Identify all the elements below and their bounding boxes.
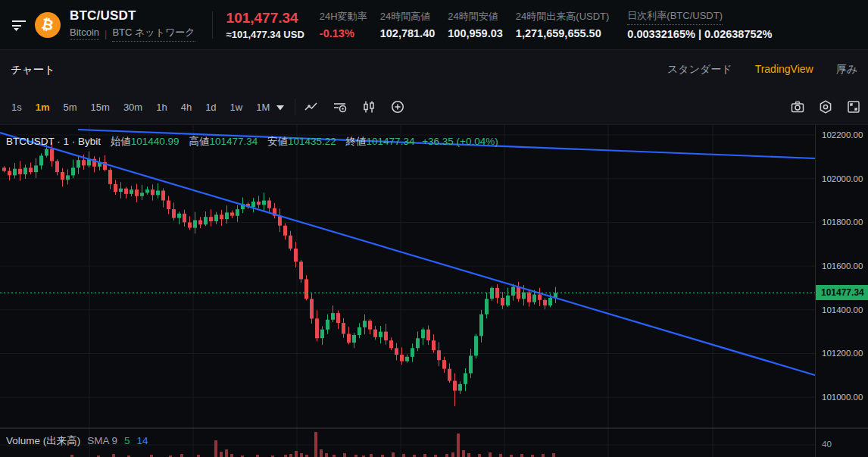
fullscreen-icon[interactable]: [845, 99, 862, 115]
mode-depth[interactable]: 厚み: [836, 63, 857, 77]
price-tick-label: 102000.00: [822, 173, 863, 185]
volume-axis-tick: 40: [822, 440, 832, 449]
tf-1h[interactable]: 1h: [149, 99, 173, 116]
pair-title: BTC/USDT: [70, 8, 195, 23]
tf-1M[interactable]: 1M: [249, 99, 276, 116]
legend-open: 101440.99: [131, 136, 180, 147]
pair-list-icon[interactable]: [8, 15, 30, 35]
stat-change: 24H変動率 -0.13%: [320, 10, 367, 39]
volume-legend: Volume (出来高) SMA 9 5 14: [6, 434, 148, 448]
camera-icon[interactable]: [789, 99, 806, 115]
last-price: 101,477.34: [226, 10, 304, 27]
legend-low: 101435.22: [288, 136, 336, 147]
timeframe-dropdown-icon[interactable]: [276, 105, 284, 111]
btc-logo-icon: ₿: [35, 12, 61, 38]
mode-standard[interactable]: スタンダード: [667, 63, 732, 77]
legend-high: 101477.34: [209, 136, 258, 147]
tf-4h[interactable]: 4h: [174, 99, 198, 116]
price-tick-label: 101400.00: [822, 304, 863, 316]
chart-toolbar: 1s 1m 5m 15m 30m 1h 4h 1d 1w 1M: [0, 89, 868, 125]
stat-volume: 24時間出来高(USDT) 1,271,659,655.50: [516, 10, 610, 39]
compare-icon[interactable]: [389, 99, 406, 115]
mode-tradingview[interactable]: TradingView: [755, 63, 813, 77]
tab-chart[interactable]: チャート: [11, 63, 55, 77]
header: ₿ BTC/USDT Bitcoin | BTC ネットワーク 101,477.…: [0, 0, 868, 50]
tf-30m[interactable]: 30m: [117, 99, 149, 116]
stat-high-value: 102,781.40: [380, 27, 436, 39]
last-price-badge: 101477.34: [816, 285, 868, 300]
tf-1m[interactable]: 1m: [29, 99, 57, 116]
legend-symbol: BTCUSDT · 1 · Bybit: [6, 136, 101, 147]
legend-change: +36.35 (+0.04%): [422, 136, 498, 147]
divider: [212, 11, 213, 39]
price-tick-label: 101600.00: [822, 260, 863, 272]
chart-area: BTCUSDT · 1 · Bybit 始値101440.99 高値101477…: [0, 125, 868, 457]
base-asset-link[interactable]: Bitcoin: [70, 27, 99, 40]
stat-high: 24時間高値 102,781.40: [380, 10, 436, 39]
funding-rate-label[interactable]: 日次利率(BTC/USDT): [627, 9, 723, 25]
settings-icon[interactable]: [817, 99, 834, 115]
separator: |: [105, 28, 107, 39]
price-tick-label: 101200.00: [822, 347, 863, 359]
chart-tab-row: チャート スタンダード TradingView 厚み: [0, 50, 868, 89]
stat-low: 24時間安値 100,959.03: [448, 10, 503, 39]
stat-change-value: -0.13%: [320, 27, 367, 39]
price-tick-label: 102200.00: [822, 129, 863, 141]
tf-5m[interactable]: 5m: [57, 99, 84, 116]
indicators-icon[interactable]: [332, 99, 348, 115]
candle-style-icon[interactable]: [361, 99, 377, 115]
volume-sma5: 5: [124, 435, 130, 446]
chart-type-icon[interactable]: [303, 99, 320, 115]
stat-volume-value: 1,271,659,655.50: [516, 27, 610, 39]
chart-canvas[interactable]: [0, 125, 868, 457]
network-link[interactable]: BTC ネットワーク: [112, 26, 195, 42]
volume-sma14: 14: [137, 435, 148, 446]
stat-low-value: 100,959.03: [448, 27, 503, 39]
last-price-usd: ≈101,477.34 USD: [226, 29, 304, 40]
tf-15m[interactable]: 15m: [84, 99, 117, 116]
divider: [295, 99, 295, 115]
legend-close: 101477.34: [367, 136, 415, 147]
funding-rate-value: 0.00332165% | 0.02638752%: [627, 28, 772, 40]
ohlc-legend: BTCUSDT · 1 · Bybit 始値101440.99 高値101477…: [6, 135, 498, 149]
tf-1d[interactable]: 1d: [198, 99, 223, 116]
tf-1s[interactable]: 1s: [5, 99, 29, 116]
price-tick-label: 101800.00: [822, 216, 863, 228]
tf-1w[interactable]: 1w: [223, 99, 250, 116]
stats-24h: 24H変動率 -0.13% 24時間高値 102,781.40 24時間安値 1…: [320, 10, 610, 39]
price-tick-label: 101000.00: [822, 391, 863, 403]
funding-rate: 日次利率(BTC/USDT) 0.00332165% | 0.02638752%: [627, 9, 772, 40]
price-axis[interactable]: 101477.34 40 102200.00102000.00101800.00…: [815, 125, 868, 457]
